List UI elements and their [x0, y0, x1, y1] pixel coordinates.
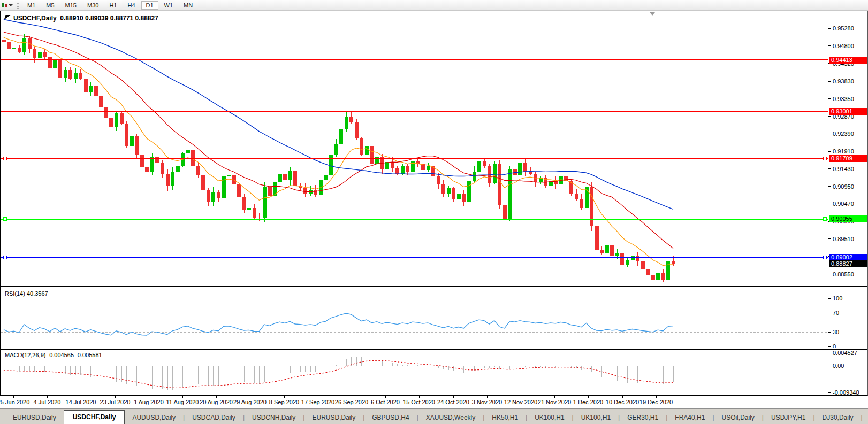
candle — [523, 163, 527, 172]
candle — [293, 171, 297, 186]
candle — [360, 138, 363, 155]
chart-tab-xauusd[interactable]: XAUUSD,Weekly — [418, 412, 483, 424]
line-handle[interactable] — [823, 157, 826, 160]
price-tick-label: 0.93830 — [833, 78, 854, 84]
price-tick-label: 0.93350 — [833, 96, 854, 102]
rsi-panel[interactable]: RSI(14) 40.3567 10070300 — [1, 288, 867, 348]
timeframe-button-mn[interactable]: MN — [179, 1, 197, 10]
timeframe-button-m30[interactable]: M30 — [82, 1, 103, 10]
scroll-position-marker-icon[interactable] — [650, 12, 655, 16]
candle — [166, 174, 170, 186]
price-axis: 0.952800.948000.943200.938300.933500.928… — [828, 11, 867, 286]
chart-tab-dj30[interactable]: DJ30,Daily — [815, 412, 861, 424]
price-tick-label: 0.90470 — [833, 201, 854, 207]
line-handle[interactable] — [3, 157, 6, 160]
candle — [477, 161, 481, 171]
price-chart-panel[interactable]: USDCHF,Daily 0.88910 0.89039 0.88771 0.8… — [1, 11, 867, 286]
timeframe-button-m5[interactable]: M5 — [41, 1, 59, 10]
candle — [53, 59, 57, 68]
chart-tab-eurusd[interactable]: EURUSD,Daily — [5, 412, 64, 424]
chart-tab-usdchf[interactable]: USDCHF,Daily — [64, 410, 125, 424]
candle — [43, 52, 47, 57]
date-tick-label: 15 Oct 2020 — [403, 399, 435, 405]
macd-tick-label: 0.00 — [833, 363, 844, 369]
chart-tab-usdjpy[interactable]: USDJPY,H1 — [764, 412, 813, 424]
candle — [427, 166, 430, 170]
macd-panel[interactable]: MACD(12,26,9) -0.004565 -0.005581 0.0045… — [1, 350, 867, 395]
candle — [140, 155, 144, 167]
candle — [48, 57, 52, 68]
line-handle[interactable] — [3, 256, 6, 259]
candle — [12, 48, 16, 49]
date-tick-label: 19 Dec 2020 — [639, 399, 673, 405]
candle — [18, 48, 21, 52]
candle — [79, 73, 82, 79]
date-tick-label: 1 Aug 2020 — [134, 399, 164, 405]
candle — [145, 167, 149, 172]
candle — [370, 146, 374, 164]
chart-type-icon[interactable] — [1, 1, 13, 9]
rsi-label: RSI(14) 40.3567 — [5, 290, 48, 297]
date-tick-label: 24 Oct 2020 — [437, 399, 469, 405]
chart-tab-uk100[interactable]: UK100,H1 — [574, 412, 618, 424]
candle — [247, 208, 251, 210]
timeframe-button-group: M1M5M15M30H1H4D1W1MN — [22, 1, 198, 10]
timeframe-button-h1[interactable]: H1 — [104, 1, 121, 10]
chart-tab-usdcad[interactable]: USDCAD,Daily — [185, 412, 243, 424]
top-toolbar: M1M5M15M30H1H4D1W1MN — [0, 0, 868, 11]
candle — [207, 190, 210, 202]
candle — [365, 146, 369, 155]
hline-price-label: 0.90055 — [829, 215, 867, 222]
candle — [257, 218, 261, 218]
chart-tab-china300[interactable]: CHINA300,H1 — [863, 412, 868, 424]
candle — [125, 124, 128, 146]
candle — [263, 187, 267, 218]
date-axis[interactable]: 25 Jun 20204 Jul 202014 Jul 202023 Jul 2… — [0, 396, 868, 408]
candle — [401, 166, 405, 174]
candle — [600, 250, 604, 253]
candle — [64, 70, 67, 78]
macd-tick-label: 0.004527 — [833, 350, 857, 356]
chart-tab-fra40[interactable]: FRA40,H1 — [667, 412, 712, 424]
chart-tab-uk100[interactable]: UK100,H1 — [527, 412, 572, 424]
candlestick-plot[interactable] — [1, 11, 828, 286]
timeframe-button-d1[interactable]: D1 — [141, 1, 158, 10]
chart-window: USDCHF,Daily 0.88910 0.89039 0.88771 0.8… — [0, 11, 868, 396]
chart-tab-hk50[interactable]: HK50,H1 — [484, 412, 526, 424]
candle — [349, 117, 353, 122]
candle — [610, 245, 614, 255]
candle — [441, 184, 445, 193]
candle — [355, 122, 359, 138]
date-tick-label: 4 Jul 2020 — [34, 399, 61, 405]
candle — [242, 197, 246, 210]
candle — [176, 166, 180, 172]
line-handle[interactable] — [3, 218, 6, 221]
candle — [605, 245, 609, 253]
chart-tab-ger30[interactable]: GER30,H1 — [620, 412, 666, 424]
candle — [406, 166, 409, 172]
candle — [498, 164, 501, 205]
candle — [503, 205, 507, 219]
timeframe-button-h4[interactable]: H4 — [123, 1, 140, 10]
line-handle[interactable] — [823, 256, 826, 259]
current-price-label: 0.88827 — [829, 260, 867, 267]
timeframe-button-m15[interactable]: M15 — [60, 1, 81, 10]
chart-tab-gbpusd[interactable]: GBPUSD,H4 — [364, 412, 416, 424]
line-handle[interactable] — [823, 218, 826, 221]
candle — [518, 163, 522, 175]
chart-tab-usoil[interactable]: USOil,Daily — [714, 412, 762, 424]
chart-tab-audusd[interactable]: AUDUSD,Daily — [125, 412, 183, 424]
hline-price-label: 0.91709 — [829, 155, 867, 162]
candle — [135, 136, 139, 155]
timeframe-button-w1[interactable]: W1 — [159, 1, 178, 10]
chart-tab-usdcnh[interactable]: USDCNH,Daily — [245, 412, 303, 424]
candle — [580, 199, 583, 208]
candle — [7, 42, 11, 49]
timeframe-button-m1[interactable]: M1 — [22, 1, 40, 10]
candle — [74, 73, 78, 79]
macd-plot — [1, 350, 828, 395]
candle — [22, 38, 26, 52]
candle — [636, 256, 639, 262]
candle — [585, 187, 589, 208]
chart-tab-eurusd[interactable]: EURUSD,Daily — [304, 412, 363, 424]
